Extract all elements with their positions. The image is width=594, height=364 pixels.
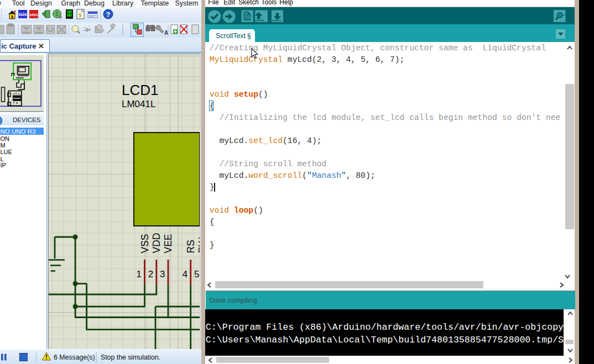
svg-text:2: 2 — [148, 269, 153, 279]
svg-text:VSS: VSS — [139, 234, 150, 253]
svg-text:1: 1 — [137, 269, 142, 279]
svg-text:VEE: VEE — [163, 234, 174, 253]
svg-text:VDD: VDD — [151, 233, 162, 254]
svg-text:4: 4 — [183, 269, 187, 279]
svg-text:RS: RS — [185, 240, 196, 253]
svg-text:?: ? — [106, 10, 111, 19]
svg-text:A: A — [164, 30, 168, 36]
svg-text:isis: isis — [18, 12, 27, 17]
svg-text:5: 5 — [194, 269, 199, 279]
svg-text:3: 3 — [160, 269, 165, 279]
svg-text:$: $ — [79, 12, 82, 18]
svg-text:ARES: ARES — [29, 13, 38, 17]
